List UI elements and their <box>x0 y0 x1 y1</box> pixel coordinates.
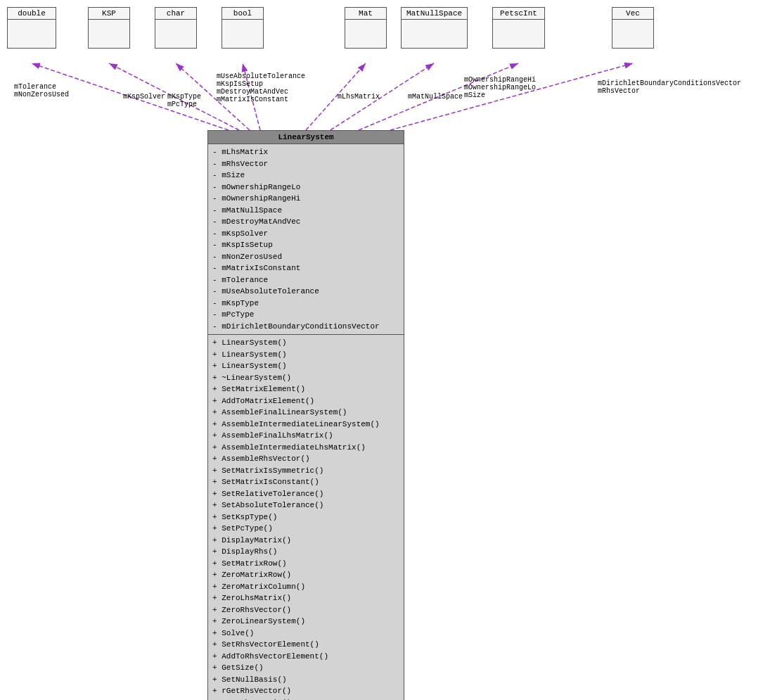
type-ksp-body <box>89 20 129 48</box>
attr-mUseAbsoluteTolerance: - mUseAbsoluteTolerance <box>212 286 399 298</box>
method-ZeroMatrixColumn: + ZeroMatrixColumn() <box>212 581 399 593</box>
method-ZeroLhsMatrix: + ZeroLhsMatrix() <box>212 592 399 604</box>
attr-mDestroyMatAndVec: - mDestroyMatAndVec <box>212 216 399 228</box>
method-SetMatrixIsSymmetric: + SetMatrixIsSymmetric() <box>212 465 399 477</box>
type-mat: Mat <box>345 7 387 49</box>
linearsystem-class: LinearSystem - mLhsMatrix - mRhsVector -… <box>207 130 404 700</box>
type-char-body <box>155 20 196 48</box>
attr-mMatrixIsConstant: - mMatrixIsConstant <box>212 262 399 274</box>
type-matnullspace-body <box>402 20 467 48</box>
method-LinearSystem2: + LinearSystem() <box>212 349 399 361</box>
attr-mDirichletBoundaryConditionsVector: - mDirichletBoundaryConditionsVector <box>212 321 399 333</box>
attr-mRhsVector: - mRhsVector <box>212 158 399 170</box>
attr-mMatNullSpace: - mMatNullSpace <box>212 205 399 217</box>
type-bool: bool <box>222 7 264 49</box>
label-matnullspace: mMatNullSpace <box>408 93 463 101</box>
type-ksp-title: KSP <box>89 8 129 20</box>
method-AssembleRhsVector: + AssembleRhsVector() <box>212 453 399 465</box>
method-SetNullBasis: + SetNullBasis() <box>212 674 399 686</box>
label-lhsmatrix: mLhsMatrix <box>338 93 380 101</box>
method-DisplayRhs: + DisplayRhs() <box>212 546 399 558</box>
method-rGetLhsMatrix: + rGetLhsMatrix() <box>212 697 399 701</box>
method-Solve: + Solve() <box>212 628 399 639</box>
class-methods: + LinearSystem() + LinearSystem() + Line… <box>208 335 404 700</box>
method-LinearSystem1: + LinearSystem() <box>212 337 399 349</box>
method-GetSize: + GetSize() <box>212 662 399 674</box>
method-SetPcType: + SetPcType() <box>212 523 399 535</box>
type-double-title: double <box>8 8 56 20</box>
class-title: LinearSystem <box>208 131 404 144</box>
attr-mOwnershipRangeHi: - mOwnershipRangeHi <box>212 193 399 205</box>
type-bool-body <box>222 20 263 48</box>
type-char-title: char <box>155 8 196 20</box>
type-matnullspace: MatNullSpace <box>401 7 468 49</box>
method-SetRhsVectorElement: + SetRhsVectorElement() <box>212 639 399 651</box>
method-SetAbsoluteTolerance: + SetAbsoluteTolerance() <box>212 499 399 511</box>
method-ZeroMatrixRow: + ZeroMatrixRow() <box>212 569 399 581</box>
attr-mKspIsSetup: - mKspIsSetup <box>212 239 399 251</box>
method-AssembleIntermediateLhsMatrix: + AssembleIntermediateLhsMatrix() <box>212 442 399 454</box>
type-petscint-title: PetscInt <box>493 8 544 20</box>
method-SetKspType: + SetKspType() <box>212 511 399 523</box>
method-AddToMatrixElement: + AddToMatrixElement() <box>212 395 399 407</box>
method-AssembleIntermediateLinearSystem: + AssembleIntermediateLinearSystem() <box>212 419 399 431</box>
type-double-body <box>8 20 56 48</box>
class-attributes: - mLhsMatrix - mRhsVector - mSize - mOwn… <box>208 144 404 335</box>
type-ksp: KSP <box>88 7 130 49</box>
label-bool-fields: mUseAbsoluteTolerancemKspIsSetupmDestroy… <box>217 72 305 103</box>
method-SetRelativeTolerance: + SetRelativeTolerance() <box>212 488 399 500</box>
method-AssembleFinalLhsMatrix: + AssembleFinalLhsMatrix() <box>212 430 399 442</box>
label-dirichlet-vec: mDirichletBoundaryConditionsVectormRhsVe… <box>598 79 741 95</box>
type-mat-body <box>345 20 386 48</box>
method-SetMatrixElement: + SetMatrixElement() <box>212 383 399 395</box>
attr-mKspType: - mKspType <box>212 298 399 310</box>
label-tolerance: mTolerancemNonZerosUsed <box>14 83 69 98</box>
method-SetMatrixIsConstant: + SetMatrixIsConstant() <box>212 476 399 488</box>
label-ksptype: mKspTypemPcType <box>167 93 201 108</box>
method-AddToRhsVectorElement: + AddToRhsVectorElement() <box>212 651 399 663</box>
attr-mSize: - mSize <box>212 170 399 182</box>
method-DisplayMatrix: + DisplayMatrix() <box>212 535 399 547</box>
type-double: double <box>7 7 56 49</box>
method-LinearSystem3: + LinearSystem() <box>212 360 399 372</box>
method-ZeroRhsVector: + ZeroRhsVector() <box>212 604 399 616</box>
method-AssembleFinalLinearSystem: + AssembleFinalLinearSystem() <box>212 407 399 419</box>
type-matnullspace-title: MatNullSpace <box>402 8 467 20</box>
attr-mPcType: - mPcType <box>212 309 399 321</box>
type-char: char <box>155 7 197 49</box>
type-vec: Vec <box>612 7 654 49</box>
method-destructor: + ~LinearSystem() <box>212 372 399 384</box>
attr-mOwnershipRangeLo: - mOwnershipRangeLo <box>212 182 399 193</box>
type-vec-title: Vec <box>612 8 653 20</box>
method-ZeroLinearSystem: + ZeroLinearSystem() <box>212 616 399 628</box>
attr-mNonZerosUsed: - mNonZerosUsed <box>212 251 399 263</box>
attr-mTolerance: - mTolerance <box>212 274 399 286</box>
type-mat-title: Mat <box>345 8 386 20</box>
method-rGetRhsVector: + rGetRhsVector() <box>212 685 399 697</box>
attr-mKspSolver: - mKspSolver <box>212 228 399 240</box>
type-petscint: PetscInt <box>492 7 545 49</box>
label-ownership: mOwnershipRangeHimOwnershipRangeLomSize <box>464 76 536 99</box>
method-SetMatrixRow: + SetMatrixRow() <box>212 558 399 570</box>
type-vec-body <box>612 20 653 48</box>
type-bool-title: bool <box>222 8 263 20</box>
type-petscint-body <box>493 20 544 48</box>
attr-mLhsMatrix: - mLhsMatrix <box>212 146 399 158</box>
diagram-container: double KSP char bool Mat MatNullSpace Pe… <box>0 0 770 700</box>
label-kspsolver: mKspSolver <box>123 93 165 101</box>
